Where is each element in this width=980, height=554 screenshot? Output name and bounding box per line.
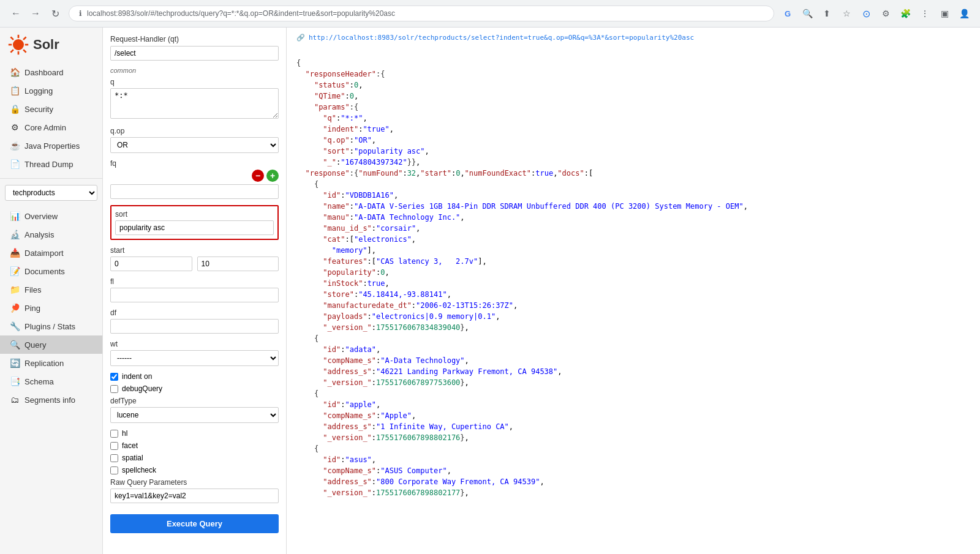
hl-checkbox[interactable] — [110, 430, 118, 438]
sidebar-item-label-overview: Overview — [24, 212, 58, 221]
debug-checkbox[interactable] — [110, 385, 118, 393]
sort-label: sort — [115, 210, 274, 219]
logging-icon: 📋 — [10, 86, 20, 95]
settings-button[interactable]: ⚙ — [877, 5, 894, 22]
facet-label: facet — [122, 441, 138, 450]
sidebar-item-java-properties[interactable]: ☕ Java Properties — [0, 137, 102, 155]
q-label: q — [110, 78, 279, 86]
google-button[interactable]: G — [779, 5, 796, 22]
indent-checkbox[interactable] — [110, 373, 118, 381]
sidebar: Solr 🏠 Dashboard 📋 Logging 🔒 Security ⚙ … — [0, 28, 103, 554]
nav-buttons: ← → ↻ — [7, 5, 64, 22]
replication-icon: 🔄 — [10, 358, 20, 368]
qop-group: q.op OR AND — [110, 127, 279, 153]
sidebar-item-plugins-stats[interactable]: 🔧 Plugins / Stats — [0, 317, 102, 335]
files-icon: 📁 — [10, 285, 20, 294]
spatial-row: spatial — [110, 454, 279, 462]
back-button[interactable]: ← — [7, 5, 24, 22]
wt-select[interactable]: ------ json xml csv — [110, 350, 279, 366]
sidebar-item-label-analysis: Analysis — [24, 230, 54, 239]
start-label: start — [110, 246, 192, 255]
java-icon: ☕ — [10, 141, 20, 151]
spatial-label: spatial — [122, 454, 143, 462]
plugins-icon: 🔧 — [10, 321, 20, 331]
df-input[interactable] — [110, 319, 279, 334]
lock-icon: ℹ — [79, 9, 82, 18]
fl-input[interactable] — [110, 288, 279, 302]
sidebar-item-ping[interactable]: 🏓 Ping — [0, 299, 102, 317]
fq-remove-button[interactable]: − — [252, 170, 264, 182]
avatar-button[interactable]: 👤 — [956, 5, 973, 22]
dashboard-icon: 🏠 — [10, 67, 20, 77]
raw-params-input[interactable] — [110, 488, 279, 503]
sidebar-item-documents[interactable]: 📝 Documents — [0, 262, 102, 280]
search-button[interactable]: 🔍 — [799, 5, 816, 22]
query-icon: 🔍 — [10, 340, 20, 350]
menu-button[interactable]: ⋮ — [916, 5, 933, 22]
sidebar-item-label-security: Security — [24, 105, 53, 114]
sidebar-item-schema[interactable]: 📑 Schema — [0, 372, 102, 391]
sidebar-item-replication[interactable]: 🔄 Replication — [0, 354, 102, 372]
bookmark-button[interactable]: ☆ — [838, 5, 855, 22]
rows-input[interactable] — [197, 256, 279, 271]
overview-icon: 📊 — [10, 211, 20, 221]
sidebar-item-label-dataimport: Dataimport — [24, 249, 64, 258]
global-nav: 🏠 Dashboard 📋 Logging 🔒 Security ⚙ Core … — [0, 61, 102, 176]
fq-input[interactable] — [110, 184, 279, 199]
sidebar-item-label-segments: Segments info — [24, 395, 75, 405]
deftype-group: defType lucene dismax edismax — [110, 397, 279, 423]
indent-row: indent on — [110, 372, 279, 381]
sidebar-item-security[interactable]: 🔒 Security — [0, 100, 102, 118]
reload-button[interactable]: ↻ — [47, 5, 64, 22]
sidebar-item-thread-dump[interactable]: 📄 Thread Dump — [0, 155, 102, 173]
sidebar-item-files[interactable]: 📁 Files — [0, 280, 102, 299]
fq-label: fq — [110, 159, 279, 168]
sidebar-item-logging[interactable]: 📋 Logging — [0, 81, 102, 100]
address-bar[interactable]: ℹ localhost:8983/solr/#/techproducts/que… — [69, 6, 774, 21]
collection-selector[interactable]: techproducts — [0, 181, 102, 204]
solr-sun-icon — [7, 34, 29, 56]
debug-row: debugQuery — [110, 384, 279, 393]
results-url-bar: 🔗 http://localhost:8983/solr/techproduct… — [296, 34, 970, 42]
sidebar-divider — [0, 178, 102, 179]
sidebar-item-dashboard[interactable]: 🏠 Dashboard — [0, 63, 102, 81]
spellcheck-row: spellcheck — [110, 466, 279, 474]
sidebar-item-segments-info[interactable]: 🗂 Segments info — [0, 391, 102, 409]
start-group: start — [110, 246, 192, 271]
handler-input[interactable] — [110, 46, 279, 61]
sidebar-item-label-files: Files — [24, 285, 41, 294]
json-results: { "responseHeader":{ "status":0, "QTime"… — [296, 47, 970, 509]
spatial-checkbox[interactable] — [110, 454, 118, 462]
sidebar-item-analysis[interactable]: 🔬 Analysis — [0, 225, 102, 244]
sidebar-item-query[interactable]: 🔍 Query — [0, 335, 102, 354]
sidebar-item-label-dashboard: Dashboard — [24, 68, 64, 77]
sidebar-item-overview[interactable]: 📊 Overview — [0, 207, 102, 225]
analysis-icon: 🔬 — [10, 230, 20, 239]
forward-button[interactable]: → — [27, 5, 44, 22]
fq-add-button[interactable]: + — [266, 170, 279, 182]
spellcheck-checkbox[interactable] — [110, 466, 118, 474]
fl-label: fl — [110, 277, 279, 286]
hl-label: hl — [122, 429, 127, 438]
sort-group: sort — [110, 205, 279, 240]
qop-select[interactable]: OR AND — [110, 137, 279, 153]
extensions-button[interactable]: 🧩 — [897, 5, 914, 22]
sidebar-item-dataimport[interactable]: 📥 Dataimport — [0, 244, 102, 262]
facet-checkbox[interactable] — [110, 442, 118, 450]
raw-params-group: Raw Query Parameters — [110, 478, 279, 503]
deftype-select[interactable]: lucene dismax edismax — [110, 407, 279, 423]
execute-query-button[interactable]: Execute Query — [110, 514, 279, 533]
splitview-button[interactable]: ▣ — [936, 5, 953, 22]
core-admin-icon: ⚙ — [10, 122, 20, 132]
sidebar-item-core-admin[interactable]: ⚙ Core Admin — [0, 118, 102, 137]
fl-group: fl — [110, 277, 279, 302]
sidebar-item-label-plugins: Plugins / Stats — [24, 322, 75, 331]
collection-select[interactable]: techproducts — [5, 185, 97, 201]
start-input[interactable] — [110, 256, 192, 271]
sidebar-item-label-thread-dump: Thread Dump — [24, 160, 73, 169]
q-input[interactable]: *:* — [110, 88, 279, 119]
share-button[interactable]: ⬆ — [818, 5, 835, 22]
sort-input[interactable] — [115, 220, 274, 235]
profile-circle[interactable]: ⊙ — [858, 5, 875, 22]
deftype-label: defType — [110, 397, 279, 405]
